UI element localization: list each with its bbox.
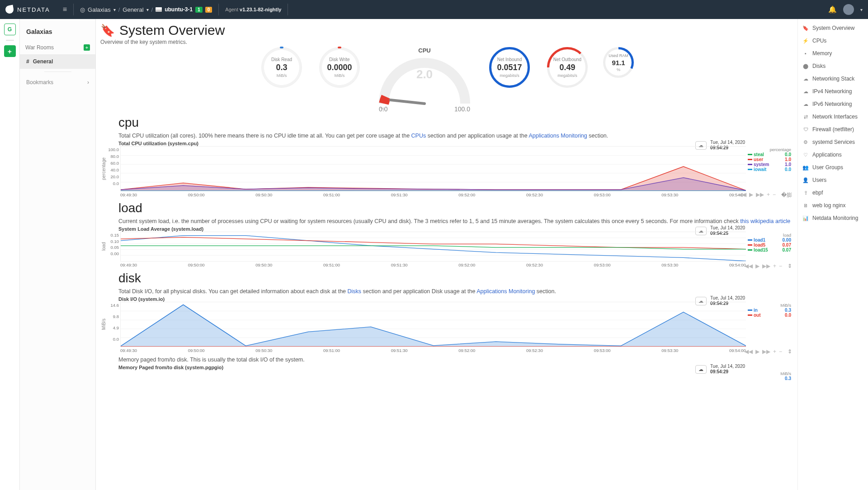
topbar: NETDATA ≡ ◎ Galaxias ▾ / General ▾ / ubu… (0, 0, 868, 19)
legend-in[interactable]: in0.3 (748, 308, 791, 313)
warrooms-header: War Rooms + (20, 41, 95, 54)
logo[interactable]: NETDATA (5, 5, 50, 14)
legend-user[interactable]: user1.0 (748, 157, 791, 162)
breadcrumb-space[interactable]: ◎ Galaxias ▾ (80, 6, 116, 13)
nav-systemd-services[interactable]: ⚙systemd Services (798, 136, 868, 148)
link-apps[interactable]: Applications Monitoring (528, 133, 587, 139)
legend-steal[interactable]: steal0.0 (748, 152, 791, 157)
chart-legend: percentage steal0.0user1.0system1.0iowai… (746, 146, 793, 191)
divider (218, 4, 219, 15)
y-ticks: 100.080.060.040.020.00.0 (107, 146, 120, 191)
gauge-net-out[interactable]: Net Outbound 0.49 megabits/s (542, 47, 592, 88)
nav-icon: 📊 (802, 215, 809, 221)
nav-disks[interactable]: ⬤Disks (798, 60, 868, 72)
nav-icon: ▪ (802, 51, 809, 56)
nav-firewall-netfilter-[interactable]: 🛡Firewall (netfilter) (798, 123, 868, 136)
chart-timestamp: Tue, Jul 14, 202009:54:29 (710, 364, 745, 375)
nav-icon: 👤 (802, 177, 809, 183)
nav-memory[interactable]: ▪Memory (798, 47, 868, 60)
chart-toolbar[interactable]: ◀◀▶▶▶+−�膨 (738, 191, 792, 199)
chevron-down-icon[interactable]: ▾ (860, 7, 863, 12)
chart-toolbar[interactable]: ◀◀▶▶▶+−⇕ (745, 263, 792, 269)
bookmark-icon[interactable]: 🔖 (100, 24, 115, 38)
left-rail: G + (0, 19, 20, 397)
link-wikipedia[interactable]: this wikipedia article (740, 218, 790, 224)
nav-cpus[interactable]: ⚡CPUs (798, 34, 868, 47)
add-room-button[interactable]: + (84, 44, 90, 51)
y-axis-label: load (100, 232, 107, 262)
x-ticks: 09:49:3009:50:0009:50:3009:51:0009:51:30… (120, 191, 746, 198)
avatar[interactable] (843, 4, 854, 15)
plot-area[interactable] (120, 232, 746, 262)
link-disks[interactable]: Disks (348, 288, 362, 295)
breadcrumb-node[interactable]: ubuntu-3-1 1 0 (156, 6, 212, 13)
legend-load1[interactable]: load10.00 (748, 238, 791, 243)
badge-warn: 0 (205, 7, 212, 13)
divider (44, 71, 71, 72)
y-ticks: 0.150.100.050.00 (107, 232, 120, 262)
space-avatar[interactable]: G (4, 24, 16, 35)
nav-icon: 🗎 (802, 203, 809, 208)
bookmarks-row[interactable]: Bookmarks › (20, 75, 95, 90)
chart-disk-io: Disk I/O (system.io) ☁ Tue, Jul 14, 2020… (100, 296, 793, 354)
cloud-button[interactable]: ☁ (695, 365, 707, 374)
legend-load15[interactable]: load150.07 (748, 247, 791, 252)
breadcrumb-room[interactable]: General ▾ (123, 6, 148, 13)
y-axis-label: MiB/s (100, 302, 107, 347)
bookmarks-label: Bookmarks (26, 79, 53, 86)
y-axis-label: percentage (100, 146, 107, 191)
space-name: Galaxias (88, 6, 111, 13)
nav-icon: ☁ (802, 89, 809, 95)
page-subtitle: Overview of the key system metrics. (100, 39, 793, 45)
gauge-disk-write[interactable]: Disk Write 0.0000 MiB/s (315, 47, 364, 88)
nav-icon: 🛡 (802, 127, 809, 132)
gauge-disk-read[interactable]: Disk Read 0.3 MiB/s (257, 47, 307, 88)
divider (73, 4, 74, 15)
nav-networking-stack[interactable]: ☁Networking Stack (798, 72, 868, 85)
cpu-value: 2.0 (373, 67, 476, 81)
agent-label: Agent (225, 7, 238, 12)
link-apps[interactable]: Applications Monitoring (476, 288, 535, 295)
agent-version[interactable]: Agent v1.23.1-82-nightly (225, 7, 281, 12)
legend-out[interactable]: out0.0 (748, 313, 791, 318)
space-title: Galaxias (20, 25, 95, 41)
memo-text: Memory paged from/to disk. This is usual… (118, 357, 793, 363)
section-desc: Total Disk I/O, for all physical disks. … (118, 288, 793, 295)
room-label: General (33, 58, 53, 65)
nav-user-groups[interactable]: 👥User Groups (798, 161, 868, 174)
nav-netdata-monitoring[interactable]: 📊Netdata Monitoring (798, 212, 868, 224)
hash-icon: # (26, 58, 29, 65)
chart-title: System Load Average (system.load) (118, 226, 793, 232)
chart-legend: MiB/s 0.3 (746, 370, 793, 382)
plot-area[interactable] (120, 146, 746, 191)
add-space-button[interactable]: + (4, 45, 16, 57)
gauge-net-in[interactable]: Net Inbound 0.0517 megabits/s (485, 47, 534, 88)
nav-ipv4-networking[interactable]: ☁IPv4 Networking (798, 85, 868, 98)
legend-system[interactable]: system1.0 (748, 162, 791, 167)
link-cpus[interactable]: CPUs (411, 133, 426, 139)
nav-network-interfaces[interactable]: ⇄Network Interfaces (798, 110, 868, 123)
node-icon (156, 7, 162, 12)
divider (6, 40, 14, 41)
nav-users[interactable]: 👤Users (798, 174, 868, 186)
legend-load5[interactable]: load50.07 (748, 243, 791, 247)
nav-ipv6-networking[interactable]: ☁IPv6 Networking (798, 98, 868, 110)
bell-icon[interactable]: 🔔 (828, 5, 837, 14)
slash: / (151, 6, 153, 13)
nav-applications[interactable]: ♡Applications (798, 148, 868, 161)
nav-system-overview[interactable]: 🔖System Overview (798, 22, 868, 34)
nav-icon: ♡ (802, 152, 809, 158)
main-content: 🔖 System Overview Overview of the key sy… (96, 19, 797, 397)
hamburger-icon[interactable]: ≡ (63, 5, 67, 14)
gauge-ram[interactable]: Used RAM 91.1 % (600, 47, 637, 78)
nav-icon: ⬤ (802, 63, 809, 69)
gauge-cpu[interactable]: CPU 2.0 0.0 100.0 % (373, 47, 476, 111)
legend-iowait[interactable]: iowait0.0 (748, 167, 791, 172)
nav-ebpf[interactable]: ⇪ebpf (798, 186, 868, 199)
nav-web-log-nginx[interactable]: 🗎web log nginx (798, 199, 868, 212)
chevron-down-icon: ▾ (113, 7, 116, 12)
room-general[interactable]: # General (20, 54, 95, 69)
chart-toolbar[interactable]: ◀◀▶▶▶+−⇕ (745, 348, 792, 355)
plot-area[interactable] (120, 302, 746, 347)
nav-icon: ⇪ (802, 190, 809, 196)
